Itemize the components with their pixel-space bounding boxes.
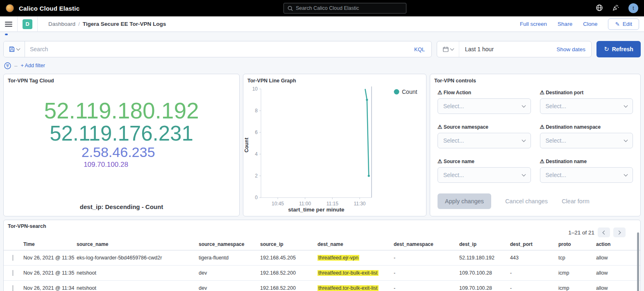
chevron-right-icon	[617, 230, 621, 234]
cancel-changes-button[interactable]: Cancel changes	[505, 198, 548, 205]
cell-dest-namespace: -	[391, 270, 457, 276]
calico-logo-icon[interactable]	[6, 4, 14, 12]
warning-icon: ⚠	[438, 124, 442, 130]
cell-time: Nov 26, 2021 @ 11:35:04.000	[21, 255, 74, 261]
chevron-down-icon	[450, 47, 454, 51]
filter-bar: – + Add filter	[4, 61, 641, 70]
add-filter-button[interactable]: + Add filter	[21, 63, 45, 68]
column-header-dest-name[interactable]: dest_name	[315, 241, 391, 247]
chevron-down-icon	[624, 104, 628, 108]
cell-source-namespace: dev	[196, 285, 258, 291]
show-dates-button[interactable]: Show dates	[551, 46, 591, 52]
pencil-icon: ✎	[615, 21, 619, 27]
cell-source-name: eks-log-forwarder-5bd4659786-cwd2r	[74, 255, 196, 261]
chevron-down-icon	[16, 47, 20, 51]
breadcrumb-dashboard[interactable]: Dashboard	[48, 21, 75, 27]
full-screen-button[interactable]: Full screen	[520, 21, 547, 27]
saved-query-menu-button[interactable]	[4, 41, 25, 57]
cell-proto: tcp	[556, 255, 594, 261]
warning-icon: ⚠	[540, 89, 545, 95]
line-graph-svg[interactable]: 024681010:4511:0011:1511:30CountCountsta…	[243, 84, 426, 214]
clone-button[interactable]: Clone	[583, 21, 597, 27]
column-header-action[interactable]: action	[594, 241, 637, 247]
divider	[17, 16, 18, 32]
pagination-label: 1–21 of 21	[568, 230, 594, 236]
search-group: Search KQL	[3, 41, 432, 57]
column-header-source-namespace[interactable]: source_namespace	[196, 241, 258, 247]
controls-panel: Tor-VPN controls ⚠Flow Action Select... …	[430, 74, 641, 216]
date-quick-menu-button[interactable]	[437, 41, 459, 57]
destination-name-select[interactable]: Select...	[540, 167, 633, 183]
refresh-button[interactable]: ↻ Refresh	[596, 41, 641, 57]
vertical-scrollbar[interactable]	[637, 232, 639, 291]
cell-action: allow	[594, 270, 637, 276]
source-namespace-select[interactable]: Select...	[438, 133, 531, 148]
save-query-icon	[9, 46, 15, 52]
svg-text:0: 0	[255, 195, 258, 200]
destination-namespace-select[interactable]: Select...	[540, 133, 633, 148]
tag-cloud-term[interactable]: 52.119.180.192	[44, 99, 199, 123]
control-field-flow-action: ⚠Flow Action Select...	[438, 89, 531, 114]
expand-row-icon[interactable]	[13, 270, 13, 276]
column-header-source-ip[interactable]: source_ip	[258, 241, 315, 247]
source-name-select[interactable]: Select...	[438, 167, 531, 183]
menu-hamburger-icon[interactable]	[5, 22, 12, 27]
time-range-value[interactable]: Last 1 hour	[459, 46, 551, 52]
highlighted-threatfeed: threatfeed.tor-bulk-exit-list	[317, 285, 379, 291]
column-header-source-name[interactable]: source_name	[74, 241, 196, 247]
column-header-dest-ip[interactable]: dest_ip	[457, 241, 508, 247]
destination-port-select[interactable]: Select...	[540, 98, 633, 114]
warning-icon: ⚠	[438, 89, 442, 95]
expand-row-icon[interactable]	[13, 285, 13, 291]
svg-text:10:45: 10:45	[272, 201, 284, 207]
user-avatar[interactable]: t	[628, 3, 638, 13]
panel-title: Tor-VPN controls	[430, 74, 640, 84]
chevron-down-icon	[522, 138, 526, 142]
warning-icon: ⚠	[540, 124, 545, 130]
tag-cloud-term[interactable]: 52.119.176.231	[50, 123, 193, 145]
tag-cloud-caption: dest_ip: Descending - Count	[4, 203, 239, 210]
dashboard-badge[interactable]: D	[23, 19, 32, 29]
clear-form-button[interactable]: Clear form	[562, 198, 590, 205]
flow-action-select[interactable]: Select...	[438, 98, 531, 114]
column-header-dest-namespace[interactable]: dest_namespace	[391, 241, 457, 247]
svg-text:Count: Count	[402, 89, 417, 95]
tag-cloud-term[interactable]: 109.70.100.28	[84, 161, 128, 168]
newsfeed-icon[interactable]	[612, 4, 619, 13]
brand-area: Calico Cloud Elastic	[6, 4, 235, 12]
chevron-down-icon	[522, 104, 526, 108]
share-button[interactable]: Share	[558, 21, 572, 27]
tag-cloud-panel: Tor-VPN Tag Cloud 52.119.180.192 52.119.…	[3, 74, 240, 216]
chevron-down-icon	[522, 173, 526, 177]
cell-source-namespace: tigera-fluentd	[196, 255, 258, 261]
kql-language-button[interactable]: KQL	[413, 46, 426, 52]
cloud-globe-icon[interactable]	[596, 4, 603, 13]
controls-form: ⚠Flow Action Select... ⚠Destination port…	[430, 84, 640, 183]
highlighted-threatfeed: threatfeed.tor-bulk-exit-list	[317, 270, 379, 276]
search-placeholder: Search	[30, 46, 413, 52]
tag-cloud-term[interactable]: 2.58.46.235	[82, 145, 155, 159]
apply-changes-button[interactable]: Apply changes	[438, 193, 491, 209]
previous-page-button[interactable]	[598, 227, 610, 237]
column-header-time[interactable]: Time	[21, 241, 74, 247]
global-search-input[interactable]: Search Calico Cloud Elastic	[283, 3, 406, 14]
chevron-down-icon	[624, 138, 628, 142]
table-row: Nov 26, 2021 @ 11:35:04.000 eks-log-forw…	[4, 250, 640, 266]
app-title: Calico Cloud Elastic	[19, 5, 79, 12]
expand-row-icon[interactable]	[13, 255, 13, 261]
column-header-dest-port[interactable]: dest_port	[508, 241, 556, 247]
control-field-destination-namespace: ⚠Destination namespace Select...	[540, 124, 633, 148]
warning-icon: ⚠	[438, 158, 442, 164]
column-header-proto[interactable]: proto	[556, 241, 594, 247]
refresh-icon: ↻	[604, 45, 609, 53]
kql-search-input[interactable]: Search KQL	[25, 41, 431, 57]
next-page-button[interactable]	[613, 227, 626, 237]
control-field-destination-port: ⚠Destination port Select...	[540, 89, 633, 114]
control-field-destination-name: ⚠Destination name Select...	[540, 158, 633, 183]
query-bar: Search KQL Last 1 hour Show dates ↻ Refr…	[3, 41, 641, 57]
filter-icon[interactable]	[4, 62, 11, 69]
panel-title: Tor-VPN Line Graph	[243, 74, 426, 84]
dashboard-nav-bar: D Dashboard / Tigera Secure EE Tor-VPN L…	[0, 16, 644, 32]
edit-button[interactable]: ✎Edit	[608, 18, 639, 30]
cell-dest-name: threatfeed.ejr-vpn	[315, 255, 391, 261]
